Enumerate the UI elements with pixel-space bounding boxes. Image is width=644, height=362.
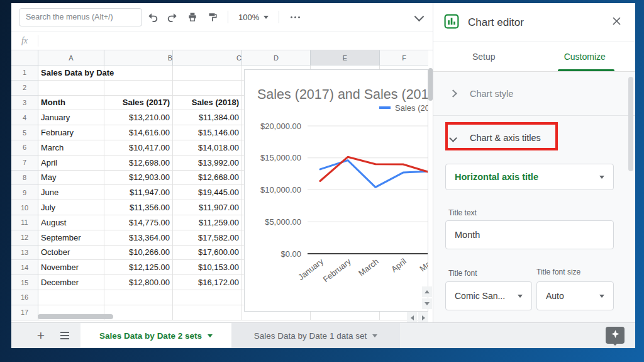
title-text-input[interactable]: Month (445, 220, 614, 249)
cell[interactable]: $12,903.00 (104, 171, 173, 186)
scroll-down-button[interactable] (422, 298, 432, 309)
cell[interactable]: April (38, 156, 104, 171)
cell[interactable]: $13,210.00 (104, 110, 173, 125)
formula-bar[interactable]: fx (11, 31, 433, 50)
row-number[interactable]: 6 (11, 140, 38, 156)
close-button[interactable] (608, 14, 625, 31)
cell[interactable]: $12,698.00 (104, 156, 173, 171)
explore-button[interactable] (606, 327, 625, 344)
cell[interactable]: January (38, 110, 104, 125)
row-number[interactable]: 16 (11, 290, 38, 305)
cell[interactable]: $14,775.00 (104, 215, 173, 230)
paint-format-button[interactable] (204, 8, 221, 26)
tab-setup[interactable]: Setup (433, 42, 535, 71)
cell[interactable] (173, 81, 242, 96)
cell[interactable]: $19,445.00 (173, 185, 242, 200)
sheet-tab-active[interactable]: Sales Data by Date 2 sets (80, 323, 231, 348)
cell[interactable]: November (38, 260, 104, 275)
select-all-corner[interactable] (11, 50, 38, 65)
section-chart-style[interactable]: Chart style (433, 72, 635, 116)
scroll-left-button[interactable] (407, 312, 417, 322)
cell[interactable] (104, 305, 173, 320)
cell[interactable]: $12,125.00 (104, 260, 173, 275)
scroll-right-button[interactable] (418, 312, 428, 322)
section-chart-axis-titles[interactable]: Chart & axis titles (433, 116, 635, 160)
cell[interactable]: Month (38, 96, 104, 111)
row-number[interactable]: 7 (11, 156, 38, 171)
cell[interactable] (173, 65, 242, 81)
cell[interactable]: $11,259.00 (173, 215, 242, 230)
embedded-chart[interactable]: Sales (2017) and Sales (2018)Sales (2017… (244, 69, 428, 312)
cell[interactable]: $15,146.00 (173, 125, 242, 140)
title-font-size-select[interactable]: Auto (536, 281, 614, 310)
cell[interactable] (38, 81, 104, 96)
row-number[interactable]: 1 (11, 65, 38, 81)
horizontal-scrollbar-thumb[interactable] (38, 314, 113, 319)
cell[interactable]: Sales Data by Date (38, 65, 104, 81)
all-sheets-button[interactable] (58, 329, 72, 342)
panel-scrollbar-thumb[interactable] (628, 77, 633, 171)
cell[interactable]: $17,582.00 (173, 230, 242, 246)
cell[interactable] (104, 290, 173, 305)
cell[interactable]: September (38, 230, 104, 246)
cell[interactable]: $10,266.00 (104, 246, 173, 261)
collapse-menus-button[interactable] (416, 11, 423, 23)
scroll-up-button[interactable] (422, 286, 432, 297)
cell[interactable] (173, 290, 242, 305)
row-number[interactable]: 11 (11, 215, 38, 230)
cell[interactable] (38, 290, 104, 305)
cell[interactable]: $11,356.00 (104, 200, 173, 215)
title-font-select[interactable]: Comic San... (445, 281, 532, 310)
cell[interactable]: July (38, 200, 104, 215)
row-number[interactable]: 13 (11, 246, 38, 261)
column-header[interactable]: B (104, 50, 173, 65)
row-number[interactable]: 2 (11, 81, 38, 96)
undo-button[interactable] (143, 8, 161, 26)
add-sheet-button[interactable]: + (34, 329, 48, 342)
cell[interactable]: $11,907.00 (173, 200, 242, 215)
cell[interactable]: $16,172.00 (173, 275, 242, 290)
cell[interactable]: $14,018.00 (173, 140, 242, 156)
cell[interactable]: June (38, 185, 104, 200)
more-options-button[interactable] (284, 16, 306, 18)
redo-button[interactable] (164, 8, 181, 26)
cell[interactable]: December (38, 275, 104, 290)
row-number[interactable]: 4 (11, 110, 38, 125)
cell[interactable]: $12,668.00 (173, 171, 242, 186)
row-number[interactable]: 14 (11, 260, 38, 275)
column-header[interactable]: A (38, 50, 104, 65)
column-header[interactable]: C (173, 50, 242, 65)
cell[interactable]: $11,384.00 (173, 110, 242, 125)
cell[interactable]: August (38, 215, 104, 230)
cell[interactable]: May (38, 171, 104, 186)
cell[interactable]: February (38, 125, 104, 140)
column-header[interactable]: E (311, 50, 380, 65)
cell[interactable]: $10,417.00 (104, 140, 173, 156)
row-number[interactable]: 15 (11, 275, 38, 290)
column-header[interactable]: D (242, 50, 311, 65)
row-number[interactable]: 5 (11, 125, 38, 140)
cell[interactable] (104, 65, 173, 81)
print-button[interactable] (184, 8, 201, 26)
cell[interactable] (104, 81, 173, 96)
cell[interactable]: October (38, 246, 104, 261)
sheet-tab-inactive[interactable]: Sales Data by Date 1 data set (231, 323, 400, 348)
row-number[interactable]: 8 (11, 171, 38, 186)
cell[interactable]: $17,600.00 (173, 246, 242, 261)
row-number[interactable]: 3 (11, 96, 38, 111)
cell[interactable] (173, 305, 242, 320)
cell[interactable]: $13,364.00 (104, 230, 173, 246)
cell[interactable]: $11,947.00 (104, 185, 173, 200)
cell[interactable]: March (38, 140, 104, 156)
column-header[interactable]: F (380, 50, 428, 65)
zoom-select[interactable]: 100% (233, 13, 274, 22)
axis-title-select[interactable]: Horizontal axis title (445, 164, 614, 190)
cell[interactable]: $12,800.00 (104, 275, 173, 290)
cell[interactable]: $13,992.00 (173, 156, 242, 171)
cell[interactable]: Sales (2017) (104, 96, 173, 111)
search-input[interactable] (19, 8, 142, 26)
vertical-scrollbar-thumb[interactable] (428, 68, 433, 101)
row-number[interactable]: 9 (11, 185, 38, 200)
tab-customize[interactable]: Customize (535, 42, 636, 71)
row-number[interactable]: 17 (11, 305, 38, 320)
